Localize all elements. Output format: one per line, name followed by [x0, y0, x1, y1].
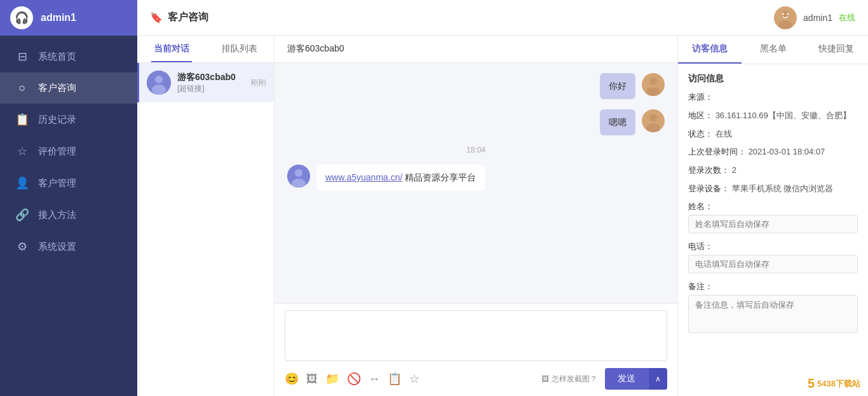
chat-toolbar: 😊 🖼 📁 🚫 ↔ 📋 ☆ 🖼 怎样发截图？ 发送 ∧ [285, 363, 667, 390]
sidebar-username: admin1 [41, 12, 76, 24]
name-label: 姓名： [688, 201, 858, 212]
chat-main: 游客603cbab0 你好 [275, 36, 677, 396]
chat-item-info: 游客603cbab0 [超链接] [177, 72, 245, 94]
chat-item-msg: [超链接] [177, 83, 245, 94]
message-sent-1: 你好 [287, 73, 665, 99]
sidebar-item-rating-label: 评价管理 [38, 146, 76, 158]
tab-visitor-info[interactable]: 访客信息 [678, 36, 742, 64]
info-login-count: 登录次数： 2 [688, 164, 858, 177]
tab-queue-list[interactable]: 排队列表 [206, 36, 275, 62]
transfer-icon[interactable]: ↔ [369, 372, 380, 386]
phone-field: 电话： [688, 241, 858, 273]
remark-input[interactable] [688, 295, 858, 333]
page-title-area: 🔖 客户咨询 [150, 11, 208, 24]
agent-avatar-2 [642, 109, 665, 132]
message-link-label: 精品资源分享平台 [405, 172, 476, 182]
topbar-status: 在线 [839, 12, 855, 24]
chat-list: 游客603cbab0 [超链接] 刚刚 [137, 63, 274, 396]
topbar-username: admin1 [803, 13, 832, 23]
name-input[interactable] [688, 215, 858, 233]
screenshot-hint-text: 怎样发截图？ [552, 374, 597, 385]
remark-label: 备注： [688, 281, 858, 292]
source-label: 来源： [688, 92, 713, 102]
info-region: 地区： 36.161.110.69【中国、安徽、合肥】 [688, 109, 858, 123]
svg-point-6 [155, 76, 163, 83]
sidebar-item-home-label: 系统首页 [38, 51, 76, 63]
sidebar-item-history[interactable]: 📋 历史记录 [0, 104, 137, 135]
svg-point-9 [649, 78, 657, 85]
visitor-avatar-image [147, 71, 171, 95]
device-value: 苹果手机系统 微信内浏览器 [732, 184, 834, 193]
agent-avatar-1 [642, 73, 665, 96]
watermark-text: 5438下载站 [817, 378, 860, 390]
region-label: 地区： [688, 111, 713, 120]
name-field: 姓名： [688, 201, 858, 233]
status-value: 在线 [715, 129, 732, 139]
page-title: 客户咨询 [168, 11, 208, 24]
sidebar-item-settings[interactable]: ⚙ 系统设置 [0, 231, 137, 263]
sidebar-header: 🎧 admin1 [0, 0, 137, 36]
chat-item-name: 游客603cbab0 [177, 72, 245, 83]
sidebar-item-access[interactable]: 🔗 接入方法 [0, 199, 137, 231]
sidebar-item-customer[interactable]: 👤 客户管理 [0, 167, 137, 199]
chat-messages: 你好 嗯嗯 18:04 [275, 63, 677, 303]
customer-icon: 👤 [15, 176, 29, 190]
sidebar-item-home[interactable]: ⊟ 系统首页 [0, 41, 137, 72]
main-area: 🔖 客户咨询 admin1 在线 当前对话 排队列 [137, 0, 868, 396]
watermark: 5 5438下载站 [678, 371, 868, 396]
region-value: 36.161.110.69【中国、安徽、合肥】 [715, 111, 851, 120]
right-tabs: 访客信息 黑名单 快捷回复 [678, 36, 868, 64]
visitor-avatar [147, 71, 171, 95]
list-item[interactable]: 游客603cbab0 [超链接] 刚刚 [137, 63, 274, 102]
tab-quick-reply[interactable]: 快捷回复 [804, 36, 868, 64]
tab-blacklist[interactable]: 黑名单 [742, 36, 805, 64]
folder-icon[interactable]: 📁 [325, 372, 339, 386]
message-sent-2: 嗯嗯 [287, 109, 665, 135]
svg-point-7 [152, 85, 166, 95]
consult-icon: ○ [15, 81, 29, 95]
visitor-avatar-chat-image [287, 165, 310, 188]
tab-current-conversation[interactable]: 当前对话 [137, 36, 206, 62]
block-icon[interactable]: 🚫 [347, 372, 361, 386]
agent-avatar-image-1 [642, 73, 665, 96]
right-panel: 访客信息 黑名单 快捷回复 访问信息 来源： 地区： 36.161.110.69… [677, 36, 868, 396]
info-source: 来源： [688, 91, 858, 104]
settings-icon: ⚙ [15, 240, 29, 254]
sidebar: 🎧 admin1 ⊟ 系统首页 ○ 客户咨询 📋 历史记录 ☆ 评价管理 👤 客… [0, 0, 137, 396]
sidebar-item-settings-label: 系统设置 [38, 241, 76, 253]
right-content: 访问信息 来源： 地区： 36.161.110.69【中国、安徽、合肥】 状态：… [678, 64, 868, 371]
chat-input[interactable] [285, 310, 667, 361]
send-arrow-button[interactable]: ∧ [648, 368, 667, 390]
image-icon[interactable]: 🖼 [306, 372, 318, 386]
agent-avatar-image-2 [642, 109, 665, 132]
send-btn-group: 发送 ∧ [605, 368, 667, 390]
home-icon: ⊟ [15, 50, 29, 64]
clipboard-icon[interactable]: 📋 [388, 372, 402, 386]
send-button[interactable]: 发送 [605, 368, 648, 390]
message-received-1: www.a5yuanma.cn/ 精品资源分享平台 [287, 165, 665, 191]
sidebar-item-history-label: 历史记录 [38, 114, 76, 126]
message-link[interactable]: www.a5yuanma.cn/ [325, 172, 402, 182]
sidebar-nav: ⊟ 系统首页 ○ 客户咨询 📋 历史记录 ☆ 评价管理 👤 客户管理 🔗 接入方… [0, 36, 137, 396]
star-icon[interactable]: ☆ [409, 372, 419, 386]
message-bubble-received-1: www.a5yuanma.cn/ 精品资源分享平台 [316, 165, 485, 191]
emoji-icon[interactable]: 😊 [285, 372, 299, 386]
info-status: 状态： 在线 [688, 128, 858, 141]
sidebar-item-consult[interactable]: ○ 客户咨询 [0, 72, 137, 104]
screenshot-hint[interactable]: 🖼 怎样发截图？ [541, 374, 597, 385]
remark-field: 备注： [688, 281, 858, 335]
bookmark-icon: 🔖 [150, 11, 163, 24]
sidebar-item-rating[interactable]: ☆ 评价管理 [0, 135, 137, 167]
sidebar-item-customer-label: 客户管理 [38, 177, 76, 189]
sidebar-item-consult-label: 客户咨询 [38, 82, 76, 94]
chat-input-area: 😊 🖼 📁 🚫 ↔ 📋 ☆ 🖼 怎样发截图？ 发送 ∧ [275, 303, 677, 396]
svg-point-3 [782, 13, 784, 15]
rating-icon: ☆ [15, 144, 29, 158]
info-last-login: 上次登录时间： 2021-03-01 18:04:07 [688, 146, 858, 159]
headset-icon: 🎧 [10, 6, 33, 29]
phone-input[interactable] [688, 255, 858, 273]
last-login-label: 上次登录时间： [688, 147, 746, 156]
login-count-value: 2 [732, 165, 736, 175]
avatar [774, 6, 797, 29]
topbar: 🔖 客户咨询 admin1 在线 [137, 0, 868, 36]
